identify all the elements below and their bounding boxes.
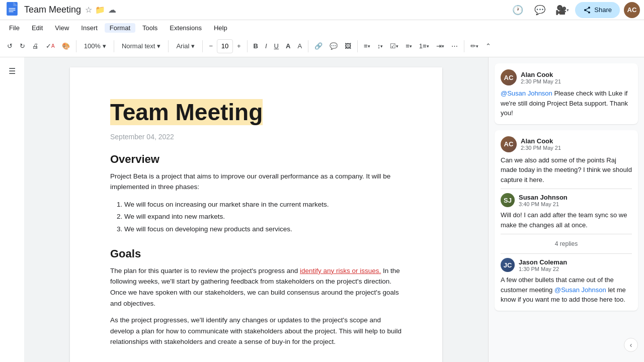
menu-format[interactable]: Format — [105, 23, 135, 33]
menu-file[interactable]: File — [4, 23, 25, 33]
undo-button[interactable]: ↺ — [4, 39, 16, 54]
font-value: Arial — [176, 42, 189, 50]
print-button[interactable]: 🖨 — [29, 39, 42, 54]
svg-rect-6 — [9, 11, 13, 12]
reply-header-jason: JC Jason Coleman 1:30 PM May 22 — [501, 258, 632, 272]
highlight-button[interactable]: A — [294, 39, 305, 54]
reply-info-jason: Jason Coleman 1:30 PM May 22 — [519, 258, 632, 272]
sep2 — [114, 40, 114, 52]
document-heading: Team Meeting — [110, 99, 263, 125]
zoom-dropdown[interactable]: 100% ▾ — [79, 39, 111, 54]
link-button[interactable]: 🔗 — [311, 39, 326, 54]
numbered-list-button[interactable]: 1≡▾ — [416, 39, 432, 54]
history-button[interactable]: 🕐 — [509, 1, 527, 19]
sep7 — [357, 40, 358, 52]
editing-mode-button[interactable]: ✏▾ — [467, 39, 481, 54]
overview-text: Project Beta is a project that aims to i… — [110, 171, 402, 193]
overview-heading: Overview — [110, 153, 402, 166]
menu-help[interactable]: Help — [209, 23, 232, 33]
document-title[interactable]: Team Meeting — [24, 5, 81, 15]
collapse-toolbar-button[interactable]: ⌃ — [482, 39, 494, 54]
comment-button[interactable]: 💬 — [327, 39, 341, 54]
underline-button[interactable]: U — [271, 39, 282, 54]
text-color-button[interactable]: A — [283, 39, 293, 54]
goals-text-1: The plan for this quarter is to review t… — [110, 265, 402, 309]
sep6 — [308, 40, 308, 52]
menu-extensions[interactable]: Extensions — [165, 23, 207, 33]
collapse-panel-button[interactable]: ‹ — [624, 338, 638, 352]
bullet-list-button[interactable]: ≡▾ — [403, 39, 415, 54]
comment-divider-2 — [501, 234, 632, 234]
reply-name-jason: Jason Coleman — [519, 258, 632, 266]
menu-insert[interactable]: Insert — [76, 23, 103, 33]
folder-icon[interactable]: 📁 — [95, 5, 105, 15]
bold-button[interactable]: B — [251, 39, 261, 54]
mention-1[interactable]: @Susan Johnson — [501, 89, 552, 97]
sep8 — [464, 40, 464, 52]
avatar-susan: SJ — [501, 193, 515, 207]
mention-jason[interactable]: @Susan Johnson — [554, 286, 606, 294]
spellcheck-button[interactable]: ✓A — [43, 39, 58, 54]
comment-text-2: Can we also add some of the points Raj m… — [501, 155, 632, 185]
commenter-name-1: Alan Cook — [521, 71, 632, 78]
list-item: We will expand into new markets. — [124, 211, 402, 223]
user-avatar[interactable]: AC — [624, 2, 640, 18]
comment-card-1: AC Alan Cook 2:30 PM May 21 @Susan Johns… — [495, 63, 638, 124]
font-dropdown[interactable]: Arial ▾ — [172, 39, 199, 54]
style-dropdown[interactable]: Normal text ▾ — [117, 39, 165, 54]
comment-divider-1 — [501, 189, 632, 189]
checklist-button[interactable]: ☑▾ — [387, 39, 401, 54]
share-button[interactable]: Share — [575, 2, 620, 18]
font-size-increase[interactable]: + — [234, 39, 244, 54]
paint-format-button[interactable]: 🎨 — [59, 39, 73, 54]
font-size-decrease[interactable]: − — [206, 39, 216, 54]
indent-button[interactable]: ⇥▾ — [433, 39, 447, 54]
sep4 — [202, 40, 203, 52]
redo-button[interactable]: ↻ — [17, 39, 28, 54]
reply-info-susan: Susan Johnson 3:40 PM May 21 — [519, 194, 632, 207]
menu-edit[interactable]: Edit — [27, 23, 48, 33]
line-spacing-button[interactable]: ↕▾ — [374, 39, 386, 54]
avatar-alan-1: AC — [501, 69, 517, 85]
comment-card-2: AC Alan Cook 2:30 PM May 21 Can we also … — [495, 130, 638, 311]
goals-text-2: As the project progresses, we'll identif… — [110, 315, 402, 347]
style-arrow: ▾ — [157, 42, 160, 50]
reply-time-jason: 1:30 PM May 22 — [519, 266, 632, 272]
document-page: Team Meeting September 04, 2022 Overview… — [70, 67, 442, 362]
italic-button[interactable]: I — [262, 39, 270, 54]
reply-header-susan: SJ Susan Johnson 3:40 PM May 21 — [501, 193, 632, 207]
list-item: We will focus on developing new products… — [124, 223, 402, 235]
share-label: Share — [594, 6, 612, 14]
comments-button[interactable]: 💬 — [531, 1, 549, 19]
replies-count[interactable]: 4 replies — [501, 238, 632, 249]
svg-rect-4 — [9, 8, 15, 9]
document-area: Team Meeting September 04, 2022 Overview… — [24, 57, 488, 362]
goals-text-link[interactable]: identify any risks or issues. — [300, 267, 381, 275]
outline-toggle-button[interactable]: ☰ — [6, 63, 19, 78]
reply-text-susan: Will do! I can add after the team sync s… — [501, 210, 632, 230]
comments-panel: AC Alan Cook 2:30 PM May 21 @Susan Johns… — [488, 57, 644, 362]
commenter-info-2: Alan Cook 2:30 PM May 21 — [521, 137, 632, 151]
image-button[interactable]: 🖼 — [342, 39, 354, 54]
more-button[interactable]: ⋯ — [448, 39, 461, 54]
goals-heading: Goals — [110, 247, 402, 260]
menu-tools[interactable]: Tools — [137, 23, 163, 33]
sidebar-toggle: ☰ — [0, 57, 24, 362]
menu-view[interactable]: View — [50, 23, 74, 33]
align-button[interactable]: ≡▾ — [361, 39, 373, 54]
comment-time-1: 2:30 PM May 21 — [521, 78, 632, 84]
cloud-icon[interactable]: ☁ — [108, 5, 116, 15]
meet-button[interactable]: 🎥▾ — [553, 1, 571, 19]
sep1 — [76, 40, 76, 52]
font-arrow: ▾ — [191, 42, 195, 50]
header-right-controls: 🕐 💬 🎥▾ Share AC — [509, 1, 640, 19]
comment-header-2: AC Alan Cook 2:30 PM May 21 — [501, 136, 632, 152]
bullet-list: We will focus on increasing our market s… — [124, 199, 402, 235]
main-area: ☰ Team Meeting September 04, 2022 Overvi… — [0, 57, 644, 362]
star-icon[interactable]: ☆ — [85, 5, 92, 15]
comment-divider-3 — [501, 253, 632, 254]
sep5 — [247, 40, 248, 52]
commenter-info-1: Alan Cook 2:30 PM May 21 — [521, 71, 632, 84]
font-size-input[interactable]: 10 — [217, 39, 233, 53]
doc-title-block: Team Meeting — [110, 98, 402, 128]
